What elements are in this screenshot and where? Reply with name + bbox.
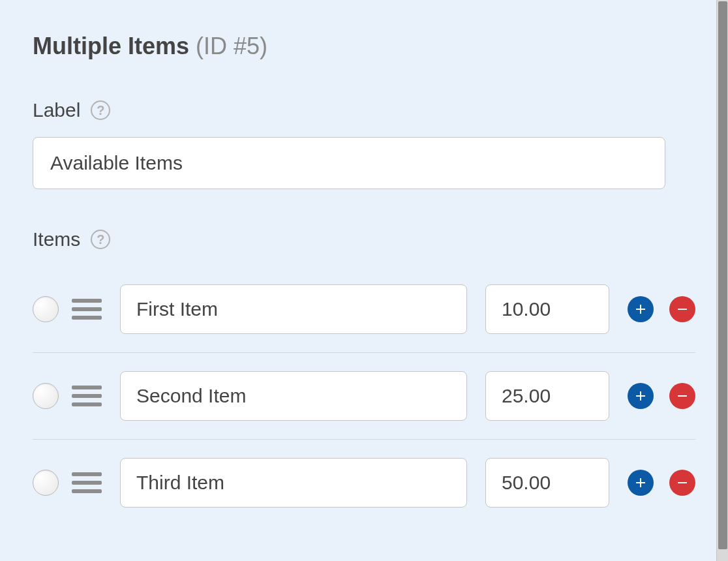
item-price-input[interactable] [485, 371, 609, 421]
help-icon[interactable]: ? [91, 100, 110, 120]
add-item-button[interactable] [628, 470, 654, 496]
item-row [33, 266, 695, 353]
remove-item-button[interactable] [669, 470, 695, 496]
plus-icon [634, 389, 647, 402]
drag-handle-icon[interactable] [72, 297, 102, 321]
plus-icon [634, 476, 647, 489]
add-item-button[interactable] [628, 383, 654, 409]
label-input[interactable] [33, 137, 665, 189]
remove-item-button[interactable] [669, 296, 695, 322]
form-panel: Multiple Items (ID #5) Label ? Items ? [0, 0, 728, 526]
item-row [33, 440, 695, 526]
radio-button[interactable] [33, 470, 59, 496]
minus-icon [676, 476, 689, 489]
drag-handle-icon[interactable] [72, 384, 102, 408]
help-icon[interactable]: ? [91, 230, 110, 249]
section-title: Multiple Items [33, 33, 189, 59]
remove-item-button[interactable] [669, 383, 695, 409]
plus-icon [634, 303, 647, 316]
label-field-label: Label [33, 99, 80, 121]
item-price-input[interactable] [485, 458, 609, 508]
add-item-button[interactable] [628, 296, 654, 322]
item-price-input[interactable] [485, 284, 609, 334]
minus-icon [676, 389, 689, 402]
items-list [33, 266, 695, 526]
section-header: Multiple Items (ID #5) [33, 33, 695, 60]
label-field-header: Label ? [33, 99, 695, 121]
item-name-input[interactable] [120, 458, 467, 508]
item-row [33, 353, 695, 440]
scrollbar-thumb[interactable] [718, 1, 727, 549]
section-id: (ID #5) [196, 33, 267, 59]
items-field-header: Items ? [33, 228, 695, 250]
drag-handle-icon[interactable] [72, 471, 102, 494]
item-name-input[interactable] [120, 371, 467, 421]
item-name-input[interactable] [120, 284, 467, 334]
radio-button[interactable] [33, 296, 59, 322]
scrollbar[interactable] [716, 0, 728, 561]
items-field-label: Items [33, 228, 80, 250]
radio-button[interactable] [33, 383, 59, 409]
minus-icon [676, 303, 689, 316]
